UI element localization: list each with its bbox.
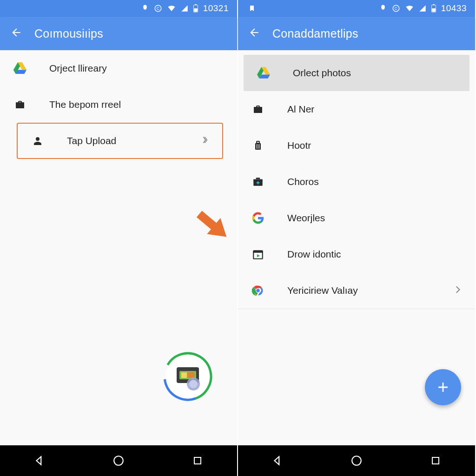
page-title: Conaddametlips xyxy=(272,27,358,40)
list-item-label: Drow idontic xyxy=(287,249,341,260)
svg-text:C: C xyxy=(395,7,397,11)
list-item[interactable]: Hootr xyxy=(238,127,475,164)
copyright-icon: C xyxy=(392,4,400,13)
list-item-label: Yericiriew Valıay xyxy=(287,285,358,296)
priority-icon xyxy=(141,4,149,13)
svg-rect-32 xyxy=(253,179,263,181)
svg-rect-4 xyxy=(194,8,197,12)
page-title: Coımousiıips xyxy=(34,27,103,40)
right-screen: C 10433 Conaddametlips Orlect photos xyxy=(238,0,476,476)
svg-rect-22 xyxy=(433,4,435,5)
nav-recent-button[interactable] xyxy=(191,454,205,468)
status-clock: 10321 xyxy=(203,3,229,13)
list: Orlect photos Al Ner Hootr Choros Weorjl xyxy=(238,50,475,445)
back-button[interactable] xyxy=(248,26,260,40)
nav-recent-button[interactable] xyxy=(429,454,443,468)
status-bar: C 10321 xyxy=(0,0,237,17)
priority-icon xyxy=(379,4,387,13)
wifi-icon xyxy=(405,4,414,13)
svg-rect-13 xyxy=(181,372,187,378)
signal-icon xyxy=(419,4,426,13)
status-clock: 10433 xyxy=(441,3,467,13)
copyright-icon: C xyxy=(154,4,162,13)
play-calendar-icon xyxy=(250,248,266,260)
svg-point-16 xyxy=(189,380,198,388)
app-bar: Coımousiıips xyxy=(0,17,237,50)
list-item[interactable]: Drow idontic xyxy=(238,236,475,272)
signal-icon xyxy=(181,4,188,13)
list-item[interactable]: Yericiriew Valıay xyxy=(238,272,475,309)
status-bar: C 10433 xyxy=(238,0,475,17)
back-button[interactable] xyxy=(10,26,22,40)
chevron-right-icon xyxy=(200,135,210,147)
nav-home-button[interactable] xyxy=(112,454,126,468)
list-item-label: Al Ner xyxy=(287,104,314,115)
wifi-icon xyxy=(167,4,176,13)
arrow-annotation xyxy=(181,195,241,256)
upload-progress-fab[interactable] xyxy=(162,350,214,403)
svg-point-40 xyxy=(352,456,361,465)
list-item[interactable]: Orject llireary xyxy=(0,50,237,86)
nav-bar xyxy=(0,445,237,476)
bookmark-icon xyxy=(248,4,256,13)
person-icon xyxy=(30,135,46,146)
svg-rect-28 xyxy=(257,141,259,143)
svg-point-39 xyxy=(256,289,260,292)
briefcase-icon xyxy=(12,99,28,110)
list-item[interactable]: Al Ner xyxy=(238,91,475,127)
list-item-label: The bepom rreel xyxy=(49,99,121,110)
divider xyxy=(238,309,475,309)
svg-rect-14 xyxy=(188,372,194,378)
medkit-icon xyxy=(250,176,266,188)
svg-rect-18 xyxy=(194,457,201,464)
svg-rect-3 xyxy=(195,4,197,5)
svg-rect-27 xyxy=(255,143,261,150)
list-item[interactable]: Choros xyxy=(238,164,475,200)
list-item-label: Hootr xyxy=(287,140,311,151)
svg-rect-30 xyxy=(259,144,260,149)
chrome-icon xyxy=(250,284,266,297)
chevron-right-icon xyxy=(452,284,463,297)
list: Orject llireary The bepom rreel Tap Uplo… xyxy=(0,50,237,445)
list-item-label: Choros xyxy=(287,176,319,187)
svg-rect-33 xyxy=(256,178,260,179)
svg-rect-35 xyxy=(253,251,263,252)
list-item[interactable]: Orlect photos xyxy=(244,55,469,91)
list-item[interactable]: Weorjles xyxy=(238,200,475,236)
svg-marker-36 xyxy=(257,254,260,258)
list-item-highlighted[interactable]: Tap Upload xyxy=(17,123,223,159)
luggage-icon xyxy=(250,139,266,152)
nav-home-button[interactable] xyxy=(350,454,364,468)
list-item-label: Tap Upload xyxy=(67,135,116,146)
battery-icon xyxy=(431,4,436,13)
list-item-label: Orject llireary xyxy=(49,63,107,74)
left-screen: C 10321 Coımousiıips Orject llireary xyxy=(0,0,238,476)
list-item-label: Weorjles xyxy=(287,212,325,224)
svg-text:C: C xyxy=(157,7,159,11)
drive-icon xyxy=(12,62,28,74)
svg-rect-29 xyxy=(257,144,258,149)
list-item-label: Orlect photos xyxy=(293,67,351,79)
list-item[interactable]: The bepom rreel xyxy=(0,86,237,123)
app-bar: Conaddametlips xyxy=(238,17,475,50)
nav-back-button[interactable] xyxy=(33,454,46,468)
google-g-icon xyxy=(250,212,266,224)
nav-bar xyxy=(238,445,475,476)
svg-rect-23 xyxy=(432,8,435,12)
fab-add-button[interactable] xyxy=(425,369,461,405)
svg-rect-41 xyxy=(432,457,439,464)
svg-point-17 xyxy=(114,456,123,465)
battery-icon xyxy=(193,4,198,13)
nav-back-button[interactable] xyxy=(271,454,284,468)
drive-icon xyxy=(256,67,271,79)
briefcase-icon xyxy=(250,104,266,115)
